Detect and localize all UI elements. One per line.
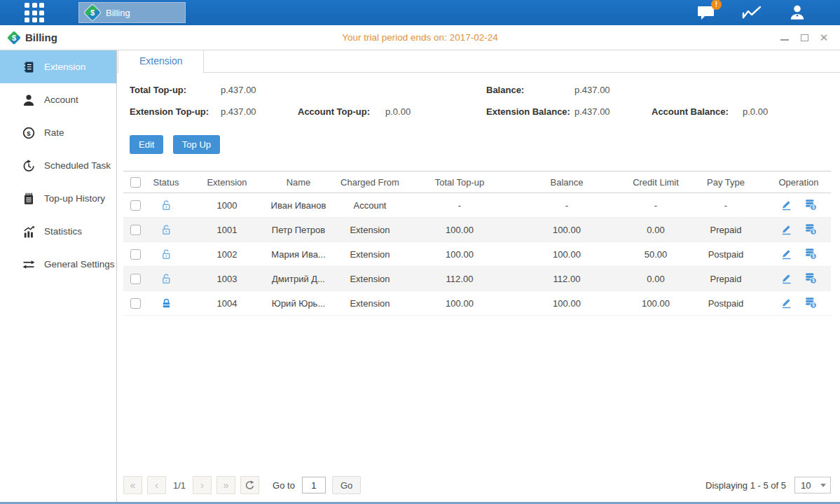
account-topup-value: p.0.00 xyxy=(385,106,411,117)
extension-balance-value: p.437.00 xyxy=(574,106,610,117)
trial-period-notice: Your trial period ends on: 2017-02-24 xyxy=(0,32,840,43)
notifications-button[interactable]: ! xyxy=(697,4,715,21)
cell-balance: 100.00 xyxy=(507,291,626,316)
sidebar-item-rate[interactable]: $ Rate xyxy=(0,116,116,149)
last-page-button[interactable]: » xyxy=(216,476,235,494)
edit-row-icon[interactable] xyxy=(780,272,792,286)
go-button[interactable]: Go xyxy=(332,476,361,494)
tab-extension[interactable]: Extension xyxy=(118,50,204,73)
top-up-row-icon[interactable]: $ xyxy=(804,296,817,311)
account-balance-label: Account Balance: xyxy=(652,106,729,117)
edit-row-icon[interactable] xyxy=(780,198,792,213)
app-title: $ Billing xyxy=(7,31,57,45)
edit-row-icon[interactable] xyxy=(780,296,792,311)
app-title-text: Billing xyxy=(25,31,57,43)
edit-button[interactable]: Edit xyxy=(130,135,163,154)
col-header-charged-from: Charged From xyxy=(328,172,412,193)
refresh-button[interactable] xyxy=(240,476,259,494)
refresh-icon xyxy=(245,480,255,491)
dollar-circle-icon: $ xyxy=(22,127,35,139)
cell-total-topup: 100.00 xyxy=(412,218,507,242)
cell-total-topup: 100.00 xyxy=(412,291,507,316)
top-up-row-icon[interactable]: $ xyxy=(804,272,817,286)
next-page-button[interactable]: › xyxy=(193,476,212,494)
cell-pay-type: Postpaid xyxy=(685,242,766,267)
cell-credit-limit: 100.00 xyxy=(626,291,685,316)
col-header-extension: Extension xyxy=(185,172,269,193)
row-checkbox[interactable] xyxy=(130,249,141,260)
row-checkbox[interactable] xyxy=(130,274,141,284)
sidebar: Extension Account $ Rate Scheduled Task xyxy=(0,50,117,502)
bar-chart-arrow-icon xyxy=(22,225,35,238)
total-topup-label: Total Top-up: xyxy=(130,85,186,95)
user-account-button[interactable] xyxy=(788,4,806,22)
main-content: Extension Total Top-up: p.437.00 Balance… xyxy=(117,50,840,502)
edit-row-icon[interactable] xyxy=(780,223,792,237)
summary-row-2: Extension Top-up: p.437.00 Account Top-u… xyxy=(130,106,833,118)
page-indicator: 1/1 xyxy=(173,480,186,491)
cell-pay-type: Prepaid xyxy=(685,267,766,291)
close-button[interactable]: ✕ xyxy=(818,31,830,44)
balance-value: p.437.00 xyxy=(574,85,610,95)
prev-page-button[interactable]: ‹ xyxy=(147,476,166,494)
user-icon xyxy=(788,4,806,22)
col-header-total-topup: Total Top-up xyxy=(412,172,507,193)
page-size-value: 10 xyxy=(795,480,811,491)
sidebar-item-label: Account xyxy=(44,94,78,105)
reports-button[interactable] xyxy=(742,4,762,21)
col-header-pay-type: Pay Type xyxy=(685,172,766,193)
status-lock-icon xyxy=(147,267,185,291)
billing-app-window: $ Billing ! xyxy=(0,0,840,504)
cell-extension: 1004 xyxy=(185,291,269,316)
first-page-button[interactable]: « xyxy=(123,476,142,494)
cell-credit-limit: 50.00 xyxy=(626,242,685,267)
sidebar-item-account[interactable]: Account xyxy=(0,83,116,116)
sidebar-item-general-settings[interactable]: General Settings xyxy=(0,248,116,281)
row-checkbox[interactable] xyxy=(130,298,141,309)
top-taskbar: $ Billing ! xyxy=(0,0,840,25)
col-header-credit-limit: Credit Limit xyxy=(626,172,685,193)
cell-name: Юрий Юрь... xyxy=(269,291,328,316)
goto-page-input[interactable] xyxy=(302,477,326,493)
svg-text:$: $ xyxy=(27,129,31,136)
cell-name: Петр Петров xyxy=(269,218,328,242)
edit-row-icon[interactable] xyxy=(780,247,792,262)
sidebar-item-extension[interactable]: Extension xyxy=(0,50,116,83)
sidebar-item-scheduled-task[interactable]: Scheduled Task xyxy=(0,149,116,182)
window-titlebar: $ Billing Your trial period ends on: 201… xyxy=(0,25,840,50)
top-up-row-icon[interactable]: $ xyxy=(804,247,817,262)
top-up-row-icon[interactable]: $ xyxy=(804,223,817,237)
cell-pay-type: Postpaid xyxy=(685,291,766,316)
select-all-checkbox[interactable] xyxy=(130,177,141,188)
person-icon xyxy=(22,94,35,106)
sidebar-item-statistics[interactable]: Statistics xyxy=(0,215,116,248)
cell-credit-limit: 0.00 xyxy=(626,267,685,291)
col-header-name: Name xyxy=(269,172,328,193)
action-buttons: Edit Top Up xyxy=(130,135,226,154)
cell-balance: 112.00 xyxy=(507,267,626,291)
cell-balance: - xyxy=(507,193,626,218)
taskbar-tab-billing[interactable]: $ Billing xyxy=(78,2,186,23)
row-checkbox[interactable] xyxy=(130,225,141,235)
table-row: 1003 Дмитрий Д... Extension 112.00 112.0… xyxy=(123,267,831,291)
top-up-button[interactable]: Top Up xyxy=(173,135,220,154)
cell-pay-type: - xyxy=(685,193,766,218)
cell-total-topup: 100.00 xyxy=(412,242,507,267)
clock-history-icon xyxy=(22,160,35,172)
cell-pay-type: Prepaid xyxy=(685,218,766,242)
tab-strip: Extension xyxy=(117,50,840,73)
table-row: 1002 Мария Ива... Extension 100.00 100.0… xyxy=(123,242,831,267)
col-header-status: Status xyxy=(147,172,185,193)
minimize-button[interactable] xyxy=(778,31,791,44)
app-launcher-grid-icon[interactable] xyxy=(25,3,44,22)
cell-charged-from: Account xyxy=(328,193,412,218)
top-up-row-icon[interactable]: $ xyxy=(804,198,817,213)
sidebar-item-topup-history[interactable]: Top-up History xyxy=(0,182,116,215)
page-size-select[interactable]: 10 xyxy=(794,477,831,493)
table-row: 1001 Петр Петров Extension 100.00 100.00… xyxy=(123,218,831,242)
row-checkbox[interactable] xyxy=(130,200,141,211)
account-balance-value: p.0.00 xyxy=(743,106,768,117)
cell-total-topup: - xyxy=(412,193,507,218)
cell-extension: 1000 xyxy=(185,193,269,218)
maximize-button[interactable] xyxy=(798,31,811,44)
